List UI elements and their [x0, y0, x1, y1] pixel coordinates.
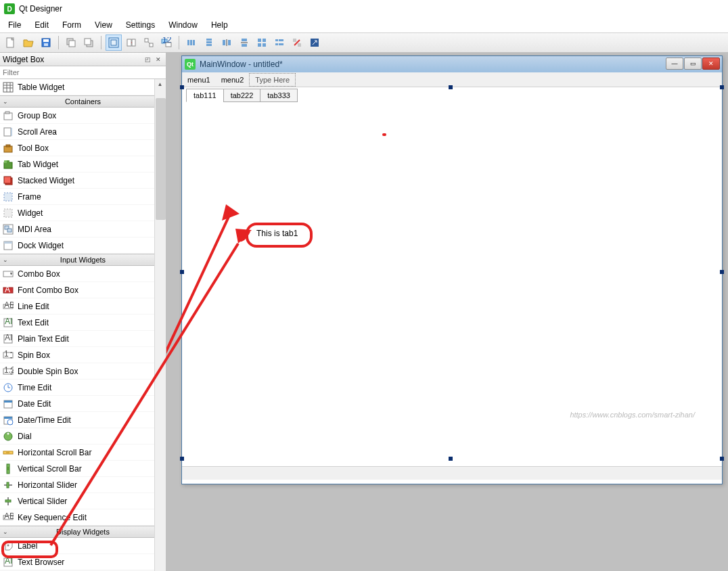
design-subwindow[interactable]: Qt MainWindow - untitled* — ▭ ✕ menu1 me… [181, 55, 723, 484]
widget-item-double-spin-box[interactable]: 1.2Double Spin Box [0, 363, 166, 380]
widget-item-dock-widget[interactable]: Dock Widget [0, 237, 166, 254]
widget-item-frame[interactable]: Frame [0, 189, 166, 205]
widget-item-key-sequence-edit[interactable]: ABKey Sequence Edit [0, 509, 166, 526]
resize-handle[interactable] [180, 457, 184, 461]
tab-3[interactable]: tab333 [260, 89, 298, 102]
layout-horiz-splitter-icon[interactable] [219, 35, 235, 51]
layout-vert-icon[interactable] [201, 35, 217, 51]
menu-file[interactable]: File [1, 18, 28, 32]
widget-item-label: Spin Box [18, 350, 50, 360]
close-button[interactable]: ✕ [702, 58, 720, 70]
svg-rect-90 [6, 451, 9, 454]
widget-item-stacked-widget[interactable]: Stacked Widget [0, 173, 166, 189]
menu-help[interactable]: Help [204, 18, 235, 32]
widget-item-mdi-area[interactable]: MDI Area [0, 221, 166, 237]
svg-rect-31 [258, 39, 261, 42]
minimize-button[interactable]: — [666, 58, 683, 70]
new-file-icon[interactable] [3, 35, 19, 51]
menu-settings[interactable]: Settings [119, 18, 162, 32]
edit-buddies-icon[interactable] [141, 35, 157, 51]
widget-item-table-widget[interactable]: Table Widget [0, 79, 166, 95]
resize-handle[interactable] [720, 85, 724, 89]
widget-list[interactable]: Table Widget⌄ContainersGroup BoxScroll A… [0, 79, 166, 571]
menu-window[interactable]: Window [162, 18, 204, 32]
filter-input[interactable] [0, 66, 166, 78]
design-menu-1[interactable]: menu1 [182, 74, 216, 86]
date-icon [3, 398, 14, 409]
widget-item-font-combo-box[interactable]: AFont Combo Box [0, 282, 166, 298]
widget-item-time-edit[interactable]: Time Edit [0, 380, 166, 396]
tab-1[interactable]: tab111 [186, 89, 224, 102]
vscroll-icon [3, 463, 14, 474]
break-layout-icon[interactable] [289, 35, 305, 51]
save-icon[interactable] [38, 35, 54, 51]
hslider-icon [3, 480, 14, 490]
svg-rect-39 [293, 39, 296, 42]
layout-vert-splitter-icon[interactable] [236, 35, 252, 51]
category-header[interactable]: ⌄Display Widgets [0, 526, 166, 538]
chevron-down-icon: ⌄ [3, 256, 8, 263]
design-label-text[interactable]: This is tab1 [256, 229, 298, 238]
dock-icon [3, 240, 14, 251]
tab-widget[interactable]: tab111 tab222 tab333 [186, 89, 297, 102]
resize-handle[interactable] [449, 85, 453, 89]
maximize-button[interactable]: ▭ [684, 58, 702, 70]
widget-item-label: Combo Box [18, 269, 60, 279]
edit-taborder-icon[interactable]: 12 [158, 35, 175, 51]
widget-item-vertical-slider[interactable]: Vertical Slider [0, 493, 166, 509]
widget-item-tool-box[interactable]: Tool Box [0, 140, 166, 156]
resize-handle[interactable] [720, 270, 724, 274]
edit-signals-icon[interactable] [123, 35, 139, 51]
widget-item-tab-widget[interactable]: Tab Widget [0, 156, 166, 173]
svg-rect-24 [206, 44, 212, 46]
layout-grid-icon[interactable] [254, 35, 270, 51]
subwindow-titlebar[interactable]: Qt MainWindow - untitled* — ▭ ✕ [182, 56, 722, 72]
widget-item-spin-box[interactable]: 1Spin Box [0, 347, 166, 363]
widget-item-combo-box[interactable]: Combo Box [0, 266, 166, 282]
panel-close-icon[interactable]: ✕ [154, 55, 163, 64]
scrollbar[interactable]: ▲ [154, 79, 166, 571]
widget-item-line-edit[interactable]: ABILine Edit [0, 298, 166, 315]
time-icon [3, 382, 14, 393]
open-file-icon[interactable] [20, 35, 37, 51]
send-back-icon[interactable] [63, 35, 79, 51]
resize-handle[interactable] [449, 457, 453, 461]
widget-item-text-edit[interactable]: AIText Edit [0, 315, 166, 331]
widget-item-label: Vertical Slider [18, 497, 67, 506]
widget-item-dial[interactable]: Dial [0, 428, 166, 444]
edit-widgets-icon[interactable] [106, 35, 122, 51]
annotation-dot [382, 133, 386, 136]
category-header[interactable]: ⌄Containers [0, 95, 166, 108]
resize-handle[interactable] [720, 457, 724, 461]
category-header[interactable]: ⌄Input Widgets [0, 254, 166, 266]
svg-rect-32 [263, 39, 266, 42]
lineedit-icon: ABI [3, 301, 14, 312]
widget-item-label: Widget [18, 208, 43, 218]
widget-item-date/time-edit[interactable]: Date/Time Edit [0, 412, 166, 428]
widget-item-horizontal-slider[interactable]: Horizontal Slider [0, 477, 166, 493]
widget-item-horizontal-scroll-bar[interactable]: Horizontal Scroll Bar [0, 444, 166, 461]
resize-handle[interactable] [180, 85, 184, 89]
design-menu-2[interactable]: menu2 [216, 74, 250, 86]
widget-item-group-box[interactable]: Group Box [0, 108, 166, 124]
design-surface[interactable]: tab111 tab222 tab333 This is tab1 https:… [182, 87, 722, 466]
adjust-size-icon[interactable] [306, 35, 323, 51]
widget-item-date-edit[interactable]: Date Edit [0, 396, 166, 412]
type-here-placeholder[interactable]: Type Here [249, 73, 296, 87]
svg-rect-43 [3, 83, 13, 92]
widget-item-plain-text-edit[interactable]: AIPlain Text Edit [0, 331, 166, 347]
widget-item-vertical-scroll-bar[interactable]: Vertical Scroll Bar [0, 461, 166, 477]
menu-edit[interactable]: Edit [28, 18, 55, 32]
widget-item-scroll-area[interactable]: Scroll Area [0, 124, 166, 140]
layout-horiz-icon[interactable] [183, 35, 200, 51]
widget-item-widget[interactable]: Widget [0, 205, 166, 221]
menu-form[interactable]: Form [55, 18, 88, 32]
panel-float-icon[interactable]: ◰ [143, 55, 152, 64]
svg-rect-49 [5, 112, 9, 114]
widget-box-panel: Widget Box ◰ ✕ Table Widget⌄ContainersGr… [0, 53, 166, 571]
resize-handle[interactable] [180, 270, 184, 274]
menu-view[interactable]: View [88, 18, 119, 32]
layout-form-icon[interactable] [271, 35, 288, 51]
tab-2[interactable]: tab222 [223, 89, 261, 102]
bring-front-icon[interactable] [81, 35, 97, 51]
